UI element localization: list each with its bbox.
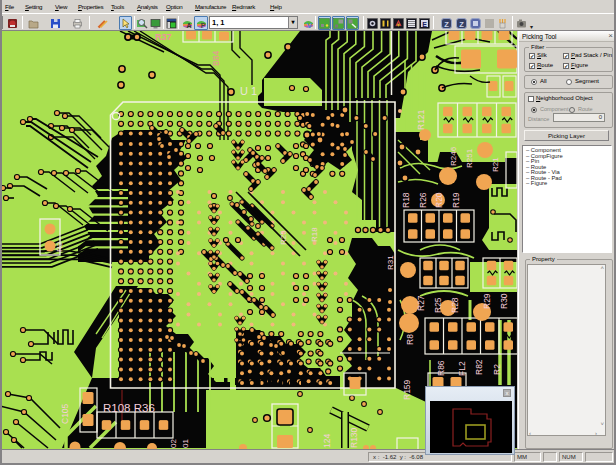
svg-text:R251: R251 xyxy=(465,148,474,168)
svg-text:R86: R86 xyxy=(436,360,446,376)
svg-text:R8: R8 xyxy=(405,334,415,345)
svg-text:R159: R159 xyxy=(402,379,412,400)
svg-text:U 1: U 1 xyxy=(240,85,257,97)
svg-text:02: 02 xyxy=(169,439,178,448)
svg-text:FL2: FL2 xyxy=(457,361,467,376)
svg-text:R29: R29 xyxy=(482,293,492,309)
svg-text:R82: R82 xyxy=(474,359,484,375)
svg-text:C105: C105 xyxy=(60,403,70,424)
svg-text:R20: R20 xyxy=(434,192,444,208)
svg-text:01: 01 xyxy=(181,439,190,448)
svg-text:B84: B84 xyxy=(211,51,221,66)
svg-text:Z: Z xyxy=(459,19,464,28)
svg-text:124: 124 xyxy=(322,434,332,448)
svg-text:R21: R21 xyxy=(491,157,500,172)
svg-text:R28: R28 xyxy=(450,297,460,313)
svg-text:Z: Z xyxy=(444,19,449,28)
svg-text:R2: R2 xyxy=(55,241,64,252)
svg-text:R121: R121 xyxy=(416,109,426,130)
svg-text:R2: R2 xyxy=(492,364,502,375)
svg-text:E: E xyxy=(422,20,427,27)
svg-text:R30: R30 xyxy=(499,293,509,309)
svg-text:R18: R18 xyxy=(310,227,319,242)
svg-text:R18: R18 xyxy=(401,192,411,208)
svg-text:R26: R26 xyxy=(418,192,428,208)
svg-text:R19: R19 xyxy=(451,192,461,208)
svg-text:R37: R37 xyxy=(155,32,172,42)
svg-text:R27: R27 xyxy=(416,295,426,311)
svg-text:R25: R25 xyxy=(279,230,288,245)
svg-text:R25: R25 xyxy=(433,297,443,313)
svg-text:P: P xyxy=(200,22,205,29)
svg-text:R130: R130 xyxy=(349,427,359,448)
svg-text:V: V xyxy=(307,21,313,29)
svg-text:R108 R36: R108 R36 xyxy=(103,402,155,414)
svg-text:R31: R31 xyxy=(386,255,395,270)
svg-text:A: A xyxy=(186,22,191,29)
svg-text:R246: R246 xyxy=(449,146,458,166)
